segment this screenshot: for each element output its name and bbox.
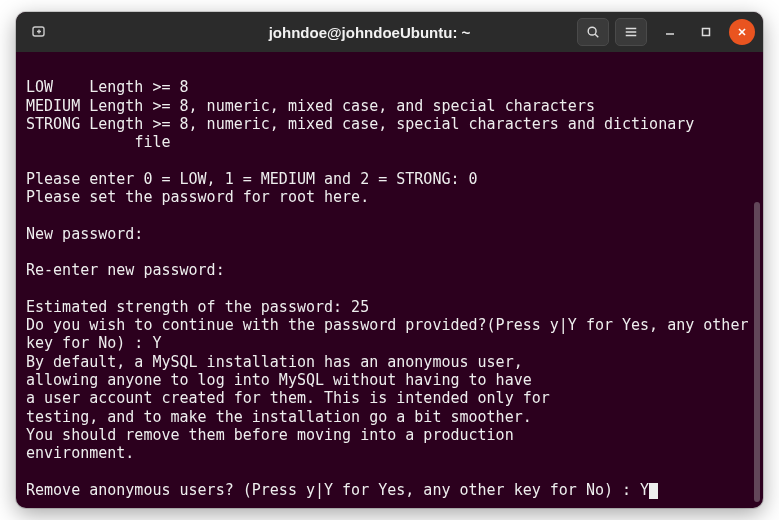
search-icon — [586, 25, 600, 39]
terminal-window: johndoe@johndoeUbuntu: ~ — [16, 12, 763, 508]
search-button[interactable] — [577, 18, 609, 46]
close-icon — [736, 26, 748, 38]
svg-rect-9 — [703, 29, 710, 36]
svg-point-3 — [588, 27, 596, 35]
minimize-button[interactable] — [657, 19, 683, 45]
titlebar: johndoe@johndoeUbuntu: ~ — [16, 12, 763, 52]
new-tab-icon — [31, 24, 47, 40]
terminal-body[interactable]: LOW Length >= 8 MEDIUM Length >= 8, nume… — [16, 52, 763, 508]
cursor — [649, 483, 658, 499]
new-tab-button[interactable] — [24, 17, 54, 47]
titlebar-right — [555, 18, 755, 46]
maximize-icon — [700, 26, 712, 38]
window-title: johndoe@johndoeUbuntu: ~ — [184, 24, 555, 41]
terminal-output[interactable]: LOW Length >= 8 MEDIUM Length >= 8, nume… — [16, 52, 763, 508]
svg-line-4 — [595, 34, 598, 37]
close-button[interactable] — [729, 19, 755, 45]
hamburger-icon — [624, 25, 638, 39]
scrollbar-thumb[interactable] — [754, 202, 760, 502]
minimize-icon — [664, 26, 676, 38]
menu-button[interactable] — [615, 18, 647, 46]
maximize-button[interactable] — [693, 19, 719, 45]
titlebar-left — [24, 17, 184, 47]
